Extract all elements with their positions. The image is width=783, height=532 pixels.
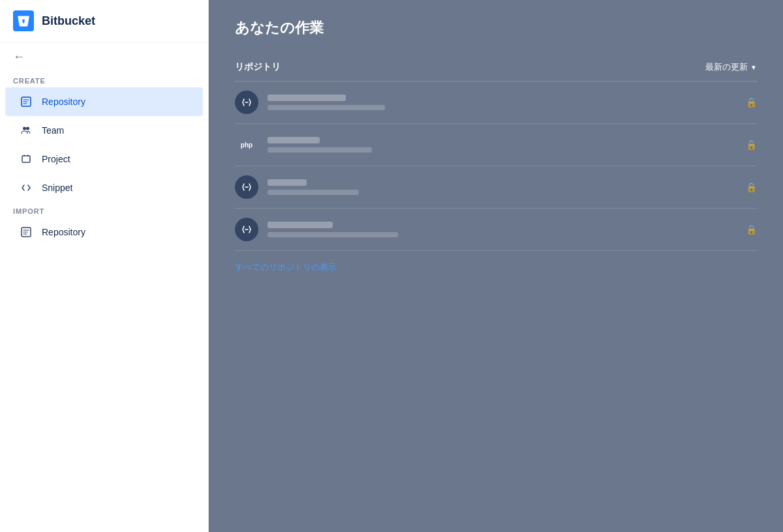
sidebar-item-project-create-label: Project [42,154,70,164]
repo-section: リポジトリ 最新の更新 ▼ 🔒 php 🔒 [209,51,783,284]
avatar: php [235,133,258,156]
repo-info [268,137,746,153]
lock-icon: 🔒 [746,182,757,192]
import-repo-icon [18,224,34,240]
lock-icon: 🔒 [746,140,757,150]
repo-name-blur [268,179,307,186]
team-icon [18,123,34,138]
create-section-label: CREATE [0,72,208,87]
sidebar-item-project-create[interactable]: Project [5,145,203,173]
repo-section-title: リポジトリ [235,61,281,73]
sidebar-title: Bitbucket [42,14,95,28]
sidebar-item-repository-import-label: Repository [42,227,85,237]
avatar [235,218,258,241]
page-title: あなたの作業 [235,18,757,38]
table-row[interactable]: 🔒 [235,166,757,209]
sort-label: 最新の更新 [705,61,748,73]
sidebar-item-repository-create[interactable]: Repository [5,87,203,116]
avatar [235,175,258,199]
back-button[interactable]: ← [0,42,208,72]
sidebar: Bitbucket ← CREATE Repository Team [0,0,209,532]
repo-sub-blur [268,190,359,195]
sidebar-item-snippet-create-label: Snippet [42,183,72,193]
chevron-down-icon: ▼ [750,64,757,71]
avatar [235,91,258,114]
table-row[interactable]: 🔒 [235,209,757,251]
svg-rect-3 [22,156,30,162]
repo-name-blur [268,222,333,228]
snippet-icon [18,180,34,196]
svg-point-1 [23,127,26,130]
table-row[interactable]: 🔒 [235,81,757,124]
svg-point-2 [26,127,29,130]
repo-name-blur [268,95,346,101]
sidebar-header: Bitbucket [0,0,208,42]
main-content: あなたの作業 リポジトリ 最新の更新 ▼ 🔒 php [209,0,783,532]
main-header: あなたの作業 [209,0,783,51]
lock-icon: 🔒 [746,97,757,108]
repo-sub-blur [268,232,398,237]
repo-name-blur [268,137,320,143]
project-icon [18,151,34,167]
repo-sub-blur [268,105,385,110]
table-row[interactable]: php 🔒 [235,124,757,166]
sidebar-item-snippet-create[interactable]: Snippet [5,173,203,202]
repo-icon [18,94,34,110]
repo-section-header: リポジトリ 最新の更新 ▼ [235,51,757,81]
sidebar-item-repository-import[interactable]: Repository [5,218,203,246]
sort-dropdown[interactable]: 最新の更新 ▼ [705,61,757,73]
sidebar-item-repository-create-label: Repository [42,96,85,107]
repo-info [268,222,746,237]
show-all-repos-link[interactable]: すべてのリポジトリの表示 [235,251,757,284]
sidebar-item-team-create[interactable]: Team [5,116,203,145]
repo-info [268,95,746,110]
sidebar-item-team-create-label: Team [42,125,64,136]
bitbucket-logo [13,10,34,31]
repo-sub-blur [268,147,372,153]
repo-info [268,179,746,195]
back-arrow-icon[interactable]: ← [13,50,25,64]
lock-icon: 🔒 [746,224,757,235]
import-section-label: IMPORT [0,202,208,218]
